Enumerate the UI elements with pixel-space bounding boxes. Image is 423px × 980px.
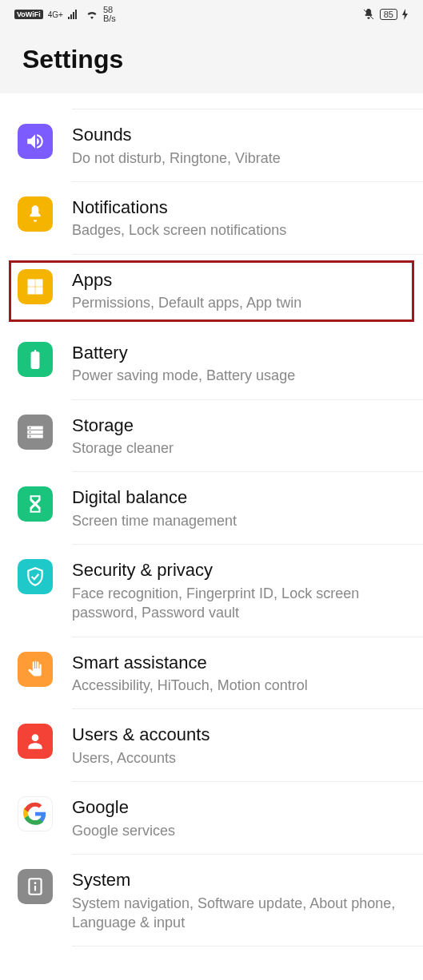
settings-item-apps[interactable]: Apps Permissions, Default apps, App twin: [6, 258, 417, 324]
settings-item-smart-assistance[interactable]: Smart assistance Accessibility, HiTouch,…: [0, 637, 423, 710]
row-text: Sounds Do not disturb, Ringtone, Vibrate: [72, 124, 405, 168]
header: Settings: [0, 29, 423, 93]
info-icon: [18, 869, 53, 904]
svg-point-0: [29, 427, 30, 428]
status-bar: VoWiFi 4G+ 58 B/s 85: [0, 0, 423, 29]
row-text: Storage Storage cleaner: [72, 415, 405, 458]
settings-item-digital-balance[interactable]: Digital balance Screen time management: [0, 472, 423, 545]
settings-item-system[interactable]: System System navigation, Software updat…: [0, 855, 423, 946]
data-speed: 58 B/s: [103, 6, 116, 23]
battery-level: 85: [380, 9, 397, 20]
sound-icon: [18, 124, 53, 159]
signal-icon: [68, 10, 81, 19]
status-right: 85: [362, 8, 409, 21]
settings-item-sounds[interactable]: Sounds Do not disturb, Ringtone, Vibrate: [0, 109, 423, 182]
svg-rect-5: [34, 886, 36, 891]
user-icon: [18, 724, 53, 759]
row-text: System System navigation, Software updat…: [72, 869, 405, 932]
apps-icon: [18, 269, 53, 304]
settings-item-security[interactable]: Security & privacy Face recognition, Fin…: [0, 545, 423, 637]
hand-icon: [18, 652, 53, 687]
svg-point-1: [29, 430, 30, 432]
bell-icon: [18, 196, 53, 232]
settings-item-users[interactable]: Users & accounts Users, Accounts: [0, 709, 423, 782]
vowifi-badge: VoWiFi: [14, 10, 43, 19]
settings-item-battery[interactable]: Battery Power saving mode, Battery usage: [0, 327, 423, 400]
google-icon: [18, 796, 53, 831]
status-left: VoWiFi 4G+ 58 B/s: [14, 6, 116, 23]
mute-icon: [362, 8, 375, 21]
charging-icon: [402, 9, 409, 20]
row-text: Digital balance Screen time management: [72, 486, 405, 530]
row-text: Notifications Badges, Lock screen notifi…: [72, 196, 405, 240]
page-title: Settings: [22, 45, 401, 74]
settings-list[interactable]: Sounds Do not disturb, Ringtone, Vibrate…: [0, 93, 423, 946]
row-text: Google Google services: [72, 796, 405, 840]
row-text: Apps Permissions, Default apps, App twin: [72, 269, 405, 313]
settings-item-storage[interactable]: Storage Storage cleaner: [0, 400, 423, 473]
svg-point-4: [34, 882, 37, 884]
shield-icon: [18, 559, 53, 594]
row-text: Smart assistance Accessibility, HiTouch,…: [72, 652, 405, 696]
svg-point-2: [29, 435, 30, 437]
wifi-icon: [86, 10, 98, 19]
hourglass-icon: [18, 486, 53, 522]
battery-icon: [18, 342, 53, 377]
partial-row: [72, 93, 423, 109]
row-text: Security & privacy Face recognition, Fin…: [72, 559, 405, 622]
storage-icon: [18, 415, 53, 450]
settings-item-notifications[interactable]: Notifications Badges, Lock screen notifi…: [0, 182, 423, 255]
row-text: Battery Power saving mode, Battery usage: [72, 342, 405, 386]
settings-item-google[interactable]: Google Google services: [0, 782, 423, 855]
network-type: 4G+: [48, 10, 63, 19]
row-text: Users & accounts Users, Accounts: [72, 724, 405, 768]
